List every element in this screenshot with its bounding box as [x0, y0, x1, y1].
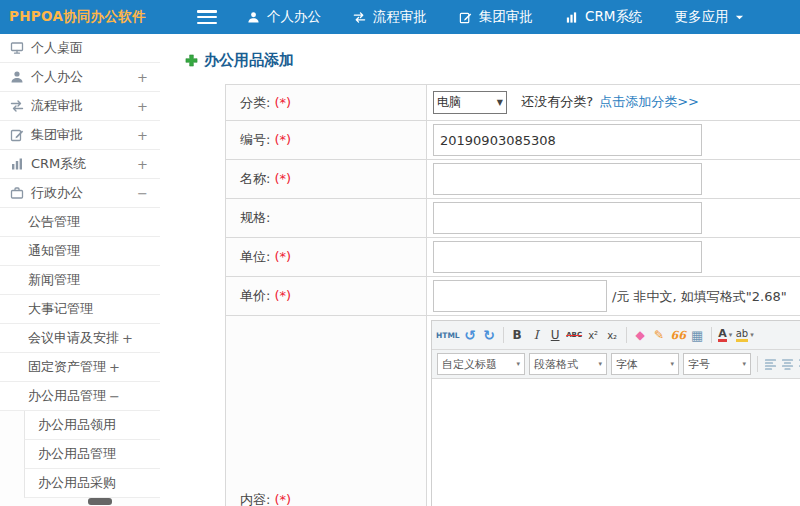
sidebar-item-notice-mgmt[interactable]: 通知管理: [0, 237, 160, 266]
scrollbar-thumb[interactable]: [88, 498, 112, 505]
sidebar-item-label: 集团审批: [31, 126, 83, 144]
editor-toolbar-row2: 自定义标题 ▾ 段落格式 ▾ 字体 ▾ 字号 ▾: [432, 350, 800, 379]
expand-indicator[interactable]: +: [137, 99, 148, 114]
briefcase-icon: [10, 186, 24, 200]
form-row-category: 分类:(*) 电脑 ▼ 还没有分类? 点击添加分类>>: [226, 85, 800, 121]
align-center-button[interactable]: [781, 358, 794, 370]
paragraph-format-select[interactable]: 段落格式 ▾: [529, 353, 607, 375]
nav-more-apps[interactable]: 更多应用: [674, 8, 744, 26]
expand-indicator[interactable]: +: [109, 360, 120, 375]
flow-icon: [10, 99, 24, 113]
chart-icon: [10, 157, 24, 171]
price-format-note: /元 非中文, 如填写格式"2.68": [612, 289, 787, 304]
toolbar-separator: [503, 327, 504, 343]
selected-option: 电脑: [437, 94, 461, 111]
font-size-select[interactable]: 字号 ▾: [683, 353, 751, 375]
sidebar-item-label: 办公用品管理: [38, 445, 116, 463]
italic-button[interactable]: I: [528, 326, 545, 344]
user-icon: [10, 70, 24, 84]
sidebar-item-workflow-approval[interactable]: 流程审批 +: [0, 92, 160, 121]
field-label: 内容:: [240, 492, 270, 506]
font-color-button[interactable]: A ▾: [717, 326, 734, 344]
sidebar-item-supplies-purchase[interactable]: 办公用品采购: [24, 469, 160, 498]
field-label: 规格:: [240, 210, 270, 225]
superscript-button[interactable]: x²: [585, 326, 602, 344]
app-logo[interactable]: PHPOA协同办公软件: [0, 8, 179, 26]
expand-indicator[interactable]: +: [137, 70, 148, 85]
html-source-button[interactable]: HTML: [436, 326, 460, 344]
expand-indicator[interactable]: +: [137, 128, 148, 143]
font-family-select[interactable]: 字体 ▾: [611, 353, 679, 375]
spec-input[interactable]: [433, 202, 702, 234]
menu-toggle-button[interactable]: [197, 10, 217, 24]
underline-button[interactable]: U: [547, 326, 564, 344]
subscript-button[interactable]: x₂: [604, 326, 621, 344]
required-mark: (*): [274, 95, 291, 110]
sidebar-item-events-mgmt[interactable]: 大事记管理: [0, 295, 160, 324]
bold-button[interactable]: B: [509, 326, 526, 344]
nav-personal-office[interactable]: 个人办公: [247, 8, 321, 26]
sidebar-item-supplies-manage[interactable]: 办公用品管理: [24, 440, 160, 469]
redo-button[interactable]: ↻: [481, 326, 498, 344]
category-hint: 还没有分类?: [521, 94, 593, 109]
nav-label: CRM系统: [585, 8, 642, 26]
add-icon: [185, 54, 198, 67]
sidebar-item-admin-office[interactable]: 行政办公 −: [0, 179, 160, 208]
undo-button[interactable]: ↺: [462, 326, 479, 344]
category-select[interactable]: 电脑 ▼: [433, 91, 507, 114]
form-row-name: 名称:(*): [226, 160, 800, 199]
price-input[interactable]: [433, 280, 607, 312]
sidebar-item-announcement-mgmt[interactable]: 公告管理: [0, 208, 160, 237]
edit-icon: [10, 128, 24, 142]
strikethrough-button[interactable]: ABC: [566, 326, 583, 344]
collapse-indicator[interactable]: −: [109, 389, 120, 404]
flow-icon: [353, 11, 366, 24]
sidebar-item-label: 个人办公: [31, 68, 83, 86]
sidebar-item-crm[interactable]: CRM系统 +: [0, 150, 160, 179]
nav-label: 更多应用: [674, 8, 728, 26]
expand-indicator[interactable]: +: [137, 157, 148, 172]
form-row-content: 内容:(*) HTML ↺ ↻ B I U ABC x² x₂: [226, 316, 800, 506]
sidebar-item-news-mgmt[interactable]: 新闻管理: [0, 266, 160, 295]
align-left-button[interactable]: [764, 358, 777, 370]
name-input[interactable]: [433, 163, 702, 195]
required-mark: (*): [274, 249, 291, 264]
sidebar-item-personal-desktop[interactable]: 个人桌面: [0, 34, 160, 63]
sidebar-item-meeting-request[interactable]: 会议申请及安排 +: [0, 324, 160, 353]
form-row-code: 编号:(*): [226, 121, 800, 160]
remove-format-button[interactable]: ◆: [632, 326, 649, 344]
sidebar-item-label: 公告管理: [28, 213, 80, 231]
add-category-link[interactable]: 点击添加分类>>: [599, 94, 699, 109]
caret-down-icon: ▾: [670, 360, 674, 368]
unit-input[interactable]: [433, 241, 702, 273]
background-color-button[interactable]: ab ▾: [736, 326, 754, 344]
sidebar-item-label: 办公用品采购: [38, 474, 116, 492]
collapse-indicator[interactable]: −: [137, 186, 148, 201]
nav-group-approval[interactable]: 集团审批: [459, 8, 533, 26]
required-mark: (*): [274, 132, 291, 147]
caret-down-icon: ▾: [750, 331, 754, 339]
required-mark: (*): [274, 492, 291, 506]
toolbar-separator: [757, 356, 758, 372]
sidebar-item-fixed-assets[interactable]: 固定资产管理 +: [0, 353, 160, 382]
sidebar-item-group-approval[interactable]: 集团审批 +: [0, 121, 160, 150]
required-mark: (*): [274, 288, 291, 303]
sidebar: 个人桌面 个人办公 + 流程审批 + 集团审批 + CRM系统 + 行政办公 −: [0, 34, 161, 506]
format-painter-button[interactable]: ✎: [651, 326, 668, 344]
nav-crm[interactable]: CRM系统: [565, 8, 642, 26]
sidebar-item-supplies-claim[interactable]: 办公用品领用: [24, 411, 160, 440]
sidebar-item-office-supplies-mgmt[interactable]: 办公用品管理 −: [0, 382, 160, 411]
insert-image-button[interactable]: ▦: [689, 326, 706, 344]
blockquote-button[interactable]: 66: [670, 326, 687, 344]
sidebar-item-label: 通知管理: [28, 242, 80, 260]
heading-style-select[interactable]: 自定义标题 ▾: [437, 353, 525, 375]
code-input[interactable]: [433, 124, 702, 156]
caret-down-icon: ▾: [729, 331, 733, 339]
user-icon: [247, 11, 260, 24]
expand-indicator[interactable]: +: [122, 331, 133, 346]
sidebar-item-personal-office[interactable]: 个人办公 +: [0, 63, 160, 92]
sidebar-item-label: 行政办公: [31, 184, 83, 202]
nav-workflow-approval[interactable]: 流程审批: [353, 8, 427, 26]
editor-content-area[interactable]: [432, 379, 800, 506]
sidebar-item-label: 办公用品领用: [38, 416, 116, 434]
